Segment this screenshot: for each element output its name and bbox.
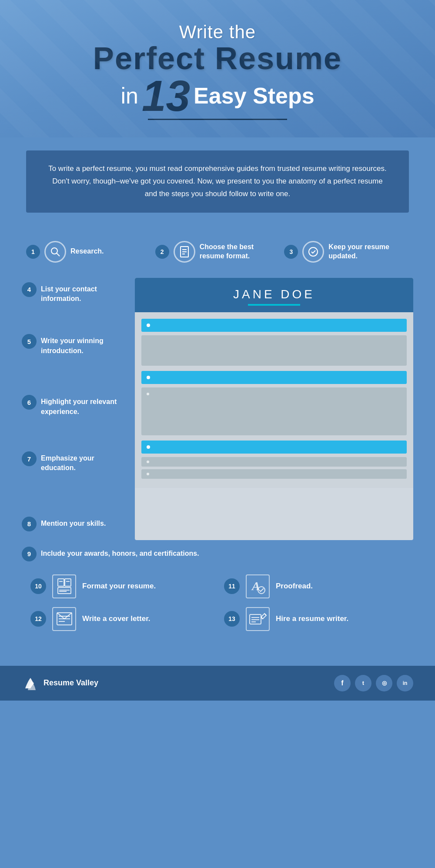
step-7-label: Emphasize your education. bbox=[41, 451, 126, 473]
step-9-label: Include your awards, honors, and certifi… bbox=[41, 547, 199, 558]
step-5-badge: 5 bbox=[22, 334, 37, 349]
svg-text:A: A bbox=[251, 579, 260, 593]
format-icon bbox=[52, 574, 76, 598]
intro-box: To write a perfect resume, you must read… bbox=[26, 150, 409, 213]
resume-intro-block bbox=[141, 335, 407, 366]
resume-section: 4 List your contact information. 5 Write… bbox=[22, 278, 413, 540]
step-12-badge: 12 bbox=[30, 611, 46, 627]
svg-point-0 bbox=[51, 248, 57, 254]
step-13-badge: 13 bbox=[224, 611, 240, 627]
document-icon bbox=[174, 241, 195, 263]
header-easy-steps: Easy Steps bbox=[194, 83, 315, 109]
step-2-item: 2 Choose the best resume format. bbox=[155, 241, 280, 263]
step-8-badge: 8 bbox=[22, 517, 37, 531]
header-13: 13 bbox=[142, 76, 190, 115]
instagram-button[interactable]: ◎ bbox=[376, 675, 392, 691]
svg-point-6 bbox=[309, 247, 318, 256]
step-7-item: 7 Emphasize your education. bbox=[22, 451, 126, 473]
header-in-row: in 13 Easy Steps bbox=[35, 76, 400, 115]
bottom-steps-grid: 10 Format your resume. 11 bbox=[22, 574, 413, 631]
resume-name: JANE DOE bbox=[144, 287, 405, 301]
top-steps-row: 1 Research. 2 Choo bbox=[22, 234, 413, 274]
step-10-item: 10 Format your resume. bbox=[30, 574, 211, 598]
step-5-item: 5 Write your winning introduction. bbox=[22, 334, 126, 356]
step-11-item: 11 A Proofread. bbox=[224, 574, 405, 598]
resume-header-bar: JANE DOE bbox=[135, 278, 413, 312]
intro-text: To write a perfect resume, you must read… bbox=[48, 163, 387, 200]
svg-line-1 bbox=[57, 253, 60, 256]
step-2-label: Choose the best resume format. bbox=[200, 243, 280, 261]
step-13-item: 13 Hire a resume writer. bbox=[224, 607, 405, 631]
linkedin-button[interactable]: in bbox=[397, 675, 413, 691]
resume-intro-bar bbox=[141, 319, 407, 332]
step-4-item: 4 List your contact information. bbox=[22, 282, 126, 304]
step-5-label: Write your winning introduction. bbox=[41, 334, 126, 356]
step-10-badge: 10 bbox=[30, 578, 46, 594]
proofread-icon: A bbox=[246, 574, 270, 598]
cover-letter-icon bbox=[52, 607, 76, 631]
svg-line-24 bbox=[264, 614, 266, 615]
step-11-label: Proofread. bbox=[276, 582, 313, 591]
resume-exp-block bbox=[141, 387, 407, 435]
step-1-label: Research. bbox=[70, 247, 104, 256]
footer-social: f t ◎ in bbox=[334, 675, 413, 691]
step-6-item: 6 Highlight your relevant experience. bbox=[22, 395, 126, 417]
left-steps: 4 List your contact information. 5 Write… bbox=[22, 278, 135, 540]
header-in: in bbox=[120, 83, 138, 109]
footer: Resume Valley f t ◎ in bbox=[0, 666, 435, 701]
step-1-item: 1 Research. bbox=[26, 241, 151, 263]
clock-check-icon bbox=[302, 241, 324, 263]
header-write: Write the bbox=[35, 22, 400, 43]
step-2-badge: 2 bbox=[155, 245, 169, 259]
step-8-item: 8 Mention your skills. bbox=[22, 517, 126, 531]
resume-mockup: JANE DOE bbox=[135, 278, 413, 540]
step-1-badge: 1 bbox=[26, 245, 40, 259]
resume-skills-bar bbox=[141, 441, 407, 454]
header-section: Write the Perfect Resume in 13 Easy Step… bbox=[0, 0, 435, 137]
resume-skill-bar-1 bbox=[141, 457, 407, 467]
step-8-label: Mention your skills. bbox=[41, 517, 106, 528]
step-4-badge: 4 bbox=[22, 282, 37, 297]
search-icon bbox=[44, 241, 66, 263]
step-6-badge: 6 bbox=[22, 395, 37, 410]
header-underline bbox=[148, 119, 287, 120]
step-11-badge: 11 bbox=[224, 578, 240, 594]
svg-rect-7 bbox=[58, 579, 64, 586]
step-3-item: 3 Keep your resume updated. bbox=[284, 241, 409, 263]
step-3-label: Keep your resume updated. bbox=[328, 243, 409, 261]
step-9-badge: 9 bbox=[22, 547, 37, 561]
step-9-item: 9 Include your awards, honors, and certi… bbox=[22, 547, 413, 561]
resume-name-underline bbox=[248, 304, 300, 306]
step-12-label: Write a cover letter. bbox=[82, 614, 151, 623]
header-perfect: Perfect Resume bbox=[35, 43, 400, 74]
step-12-item: 12 Write a cover letter. bbox=[30, 607, 211, 631]
resume-valley-logo-icon bbox=[22, 674, 39, 692]
step-3-badge: 3 bbox=[284, 245, 298, 259]
step-7-badge: 7 bbox=[22, 451, 37, 466]
step-10-label: Format your resume. bbox=[82, 582, 156, 591]
writer-icon bbox=[246, 607, 270, 631]
footer-brand: Resume Valley bbox=[22, 674, 98, 692]
resume-skill-bar-2 bbox=[141, 469, 407, 479]
svg-rect-8 bbox=[65, 579, 71, 586]
step-4-label: List your contact information. bbox=[41, 282, 126, 304]
facebook-button[interactable]: f bbox=[334, 675, 351, 691]
main-content: 1 Research. 2 Choo bbox=[0, 226, 435, 653]
step-6-label: Highlight your relevant experience. bbox=[41, 395, 126, 417]
resume-body bbox=[135, 312, 413, 488]
twitter-button[interactable]: t bbox=[355, 675, 371, 691]
resume-exp-bar bbox=[141, 371, 407, 384]
footer-brand-text: Resume Valley bbox=[44, 678, 98, 688]
step-13-label: Hire a resume writer. bbox=[276, 614, 348, 623]
